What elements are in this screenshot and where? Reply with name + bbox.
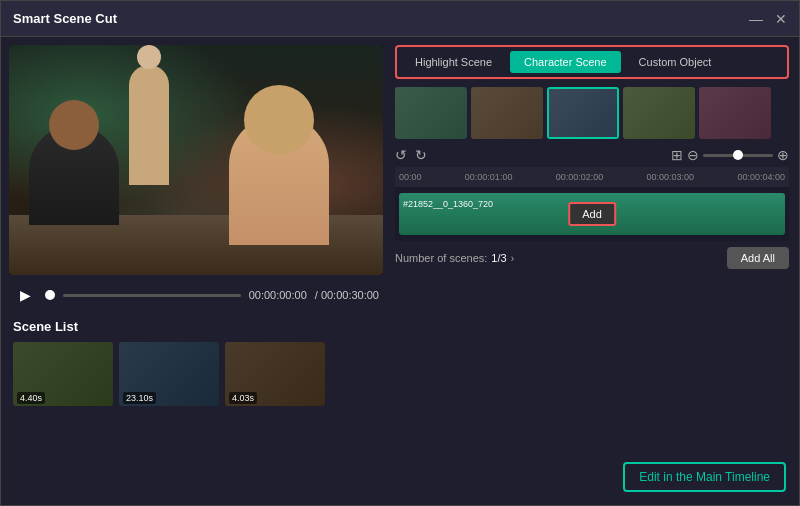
chevron-right-icon: › bbox=[511, 253, 514, 264]
scene-2-duration: 23.10s bbox=[123, 392, 156, 404]
person-right bbox=[229, 115, 329, 245]
titlebar: Smart Scene Cut — ✕ bbox=[1, 1, 799, 37]
add-clip-button[interactable]: Add bbox=[568, 202, 616, 226]
tab-highlight-scene[interactable]: Highlight Scene bbox=[401, 51, 506, 73]
thumbnail-strip bbox=[395, 87, 789, 139]
ruler-mark-0: 00:00 bbox=[399, 172, 422, 182]
ruler-marks: 00:00 00:00:01:00 00:00:02:00 00:00:03:0… bbox=[399, 172, 785, 182]
timeline-track[interactable]: #21852__0_1360_720 Add bbox=[395, 187, 789, 241]
scene-thumb-scene-5 bbox=[699, 87, 771, 139]
zoom-in-button[interactable]: ⊕ bbox=[777, 147, 789, 163]
timeline-controls: ↺ ↻ ⊞ ⊖ ⊕ bbox=[395, 147, 789, 163]
scene-thumbnail-2[interactable] bbox=[471, 87, 543, 139]
video-preview bbox=[9, 45, 383, 275]
scene-thumb-2[interactable]: 23.10s bbox=[119, 342, 219, 406]
scenes-info-row: Number of scenes: 1/3 › Add All bbox=[395, 247, 789, 269]
tab-custom-object[interactable]: Custom Object bbox=[625, 51, 726, 73]
tab-character-scene[interactable]: Character Scene bbox=[510, 51, 621, 73]
total-time: / 00:00:30:00 bbox=[315, 289, 379, 301]
zoom-thumb bbox=[733, 150, 743, 160]
scene-thumb-scene-2 bbox=[471, 87, 543, 139]
minimize-button[interactable]: — bbox=[749, 12, 763, 26]
scene-thumb-scene-1 bbox=[395, 87, 467, 139]
zoom-slider[interactable] bbox=[703, 154, 773, 157]
scene-thumbnail-3[interactable] bbox=[547, 87, 619, 139]
scenes-info: Number of scenes: 1/3 › bbox=[395, 252, 514, 264]
fit-screen-button[interactable]: ⊞ bbox=[671, 147, 683, 163]
timeline-ruler: 00:00 00:00:01:00 00:00:02:00 00:00:03:0… bbox=[395, 167, 789, 187]
scene-thumb-scene-4 bbox=[623, 87, 695, 139]
zoom-control: ⊞ ⊖ ⊕ bbox=[671, 147, 789, 163]
right-panel: Highlight Scene Character Scene Custom O… bbox=[391, 37, 799, 505]
ruler-mark-4: 00:00:04:00 bbox=[737, 172, 785, 182]
redo-button[interactable]: ↻ bbox=[415, 147, 427, 163]
current-time: 00:00:00:00 bbox=[249, 289, 307, 301]
scene-3-duration: 4.03s bbox=[229, 392, 257, 404]
close-button[interactable]: ✕ bbox=[775, 12, 787, 26]
scene-thumbnail-4[interactable] bbox=[623, 87, 695, 139]
add-all-button[interactable]: Add All bbox=[727, 247, 789, 269]
play-button[interactable]: ▶ bbox=[13, 283, 37, 307]
scene-thumbnail-1[interactable] bbox=[395, 87, 467, 139]
tabs-row: Highlight Scene Character Scene Custom O… bbox=[395, 45, 789, 79]
scene-thumbnails: 4.40s 23.10s 4.03s bbox=[9, 338, 383, 410]
scenes-info-label: Number of scenes: bbox=[395, 252, 487, 264]
scene-list-label: Scene List bbox=[9, 315, 383, 338]
scene-thumbnail-5[interactable] bbox=[699, 87, 771, 139]
window-controls: — ✕ bbox=[749, 12, 787, 26]
progress-bar[interactable] bbox=[63, 294, 241, 297]
scene-thumb-1[interactable]: 4.40s bbox=[13, 342, 113, 406]
edit-main-timeline-button[interactable]: Edit in the Main Timeline bbox=[623, 462, 786, 492]
progress-dot bbox=[45, 290, 55, 300]
left-panel: ▶ 00:00:00:00 / 00:00:30:00 Scene List 4… bbox=[1, 37, 391, 505]
scene-1-duration: 4.40s bbox=[17, 392, 45, 404]
zoom-out-button[interactable]: ⊖ bbox=[687, 147, 699, 163]
video-frame bbox=[9, 45, 383, 275]
scene-thumb-3[interactable]: 4.03s bbox=[225, 342, 325, 406]
person-center bbox=[129, 65, 169, 185]
playback-controls: ▶ 00:00:00:00 / 00:00:30:00 bbox=[9, 275, 383, 315]
track-clip-label: #21852__0_1360_720 bbox=[399, 197, 497, 211]
person-left bbox=[29, 125, 119, 225]
ruler-mark-2: 00:00:02:00 bbox=[556, 172, 604, 182]
undo-button[interactable]: ↺ bbox=[395, 147, 407, 163]
ruler-mark-1: 00:00:01:00 bbox=[465, 172, 513, 182]
scene-thumb-scene-3 bbox=[549, 89, 617, 137]
ruler-mark-3: 00:00:03:00 bbox=[647, 172, 695, 182]
scenes-count: 1/3 bbox=[491, 252, 506, 264]
window-title: Smart Scene Cut bbox=[13, 11, 117, 26]
main-content: ▶ 00:00:00:00 / 00:00:30:00 Scene List 4… bbox=[1, 37, 799, 505]
smart-scene-cut-window: Smart Scene Cut — ✕ ▶ bbox=[0, 0, 800, 506]
